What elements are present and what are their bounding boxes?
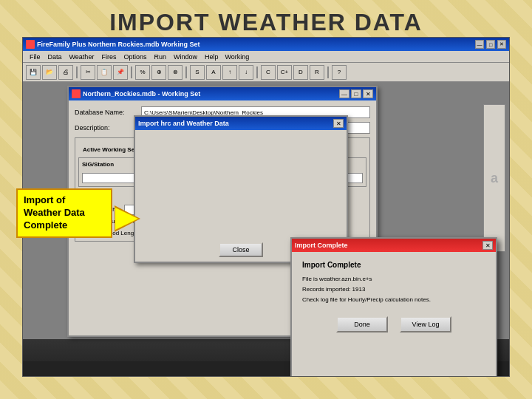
page-title: IMPORT WEATHER DATA bbox=[0, 0, 532, 42]
import-close-x-btn[interactable]: ✕ bbox=[333, 119, 344, 128]
ws-titlebar-btns: — □ ✕ bbox=[339, 89, 373, 98]
toolbar-sep-3 bbox=[185, 66, 187, 78]
import-dialog-titlebar: Import hrc and Weather Data ✕ bbox=[135, 117, 347, 130]
ic-close-btn[interactable]: ✕ bbox=[482, 241, 493, 250]
toolbar-btn-2[interactable]: 📂 bbox=[42, 65, 57, 80]
ff-menubar: File Data Weather Fires Options Run Wind… bbox=[23, 51, 509, 63]
ic-view-log-btn[interactable]: View Log bbox=[400, 316, 451, 332]
menu-help[interactable]: Help bbox=[201, 53, 222, 61]
menu-options[interactable]: Options bbox=[120, 53, 150, 61]
toolbar-btn-7[interactable]: % bbox=[135, 65, 150, 80]
toolbar-btn-1[interactable]: 💾 bbox=[26, 65, 41, 80]
ws-app-icon bbox=[72, 89, 81, 98]
ic-titlebar: Import Complete ✕ bbox=[292, 239, 496, 252]
toolbar-btn-16[interactable]: D bbox=[293, 65, 308, 80]
callout-arrow bbox=[115, 205, 140, 232]
ws-database-label: Database Name: bbox=[75, 109, 141, 116]
toolbar-sep-1 bbox=[76, 66, 78, 78]
ic-titlebar-text: Import Complete bbox=[295, 242, 482, 249]
ic-heading-text: Import Complete bbox=[302, 261, 485, 269]
working-status-text: Working bbox=[225, 53, 249, 61]
toolbar-btn-13[interactable]: ↓ bbox=[239, 65, 253, 80]
ws-titlebar-text: Northern_Rockies.mdb - Working Set bbox=[83, 90, 337, 98]
menu-file[interactable]: File bbox=[26, 53, 44, 61]
toolbar-btn-help[interactable]: ? bbox=[332, 65, 347, 80]
menu-window[interactable]: Window bbox=[170, 53, 201, 61]
ic-line-3: Check log file for Hourly/Precip calcula… bbox=[302, 296, 485, 304]
ws-minimize-btn[interactable]: — bbox=[339, 89, 349, 98]
ws-description-label: Description: bbox=[75, 124, 141, 132]
import-dialog-title-text: Import hrc and Weather Data bbox=[138, 120, 333, 127]
toolbar-btn-15[interactable]: C+ bbox=[277, 65, 292, 80]
import-close-bottom-btn[interactable]: Close bbox=[219, 242, 263, 257]
ws-close-btn[interactable]: ✕ bbox=[363, 89, 373, 98]
callout-box: Import of Weather Data Complete bbox=[16, 188, 112, 238]
toolbar-btn-9[interactable]: ⊗ bbox=[168, 65, 183, 80]
toolbar-btn-17[interactable]: R bbox=[310, 65, 324, 80]
menu-data[interactable]: Data bbox=[44, 53, 66, 61]
toolbar-sep-4 bbox=[256, 66, 258, 78]
ff-toolbar: 💾 📂 🖨 ✂ 📋 📌 % ⊕ ⊗ S A ↑ ↓ C C+ D R ? bbox=[23, 63, 509, 82]
import-hrc-dialog: Import hrc and Weather Data ✕ Import Com… bbox=[134, 115, 348, 263]
toolbar-btn-5[interactable]: 📋 bbox=[97, 65, 112, 80]
right-partial-element: a bbox=[483, 104, 505, 252]
import-complete-dialog: Import Complete ✕ Import Complete File i… bbox=[290, 237, 497, 377]
toolbar-sep-2 bbox=[131, 66, 132, 78]
toolbar-sep-5 bbox=[327, 66, 329, 78]
toolbar-btn-12[interactable]: ↑ bbox=[222, 65, 237, 80]
ic-buttons-row: Done View Log bbox=[302, 316, 485, 332]
toolbar-btn-14[interactable]: C bbox=[261, 65, 276, 80]
ws-titlebar: Northern_Rockies.mdb - Working Set — □ ✕ bbox=[69, 87, 376, 100]
toolbar-btn-8[interactable]: ⊕ bbox=[151, 65, 166, 80]
ic-done-btn[interactable]: Done bbox=[336, 316, 388, 332]
ws-maximize-btn[interactable]: □ bbox=[351, 89, 361, 98]
menu-fires[interactable]: Fires bbox=[98, 53, 120, 61]
toolbar-btn-10[interactable]: S bbox=[190, 65, 205, 80]
ic-line-2: Records imported: 1913 bbox=[302, 285, 485, 293]
import-dialog-body: Import Complete ✕ Import Complete File i… bbox=[135, 130, 347, 265]
toolbar-btn-4[interactable]: ✂ bbox=[81, 65, 95, 80]
toolbar-btn-11[interactable]: A bbox=[206, 65, 221, 80]
ic-content: Import Complete File is weather.azn.bin.… bbox=[292, 252, 496, 341]
menu-weather[interactable]: Weather bbox=[66, 53, 98, 61]
toolbar-btn-3[interactable]: 🖨 bbox=[58, 65, 73, 80]
ic-line-1: File is weather.azn.bin.e+s bbox=[302, 275, 485, 283]
toolbar-btn-6[interactable]: 📌 bbox=[113, 65, 128, 80]
menu-run[interactable]: Run bbox=[150, 53, 170, 61]
